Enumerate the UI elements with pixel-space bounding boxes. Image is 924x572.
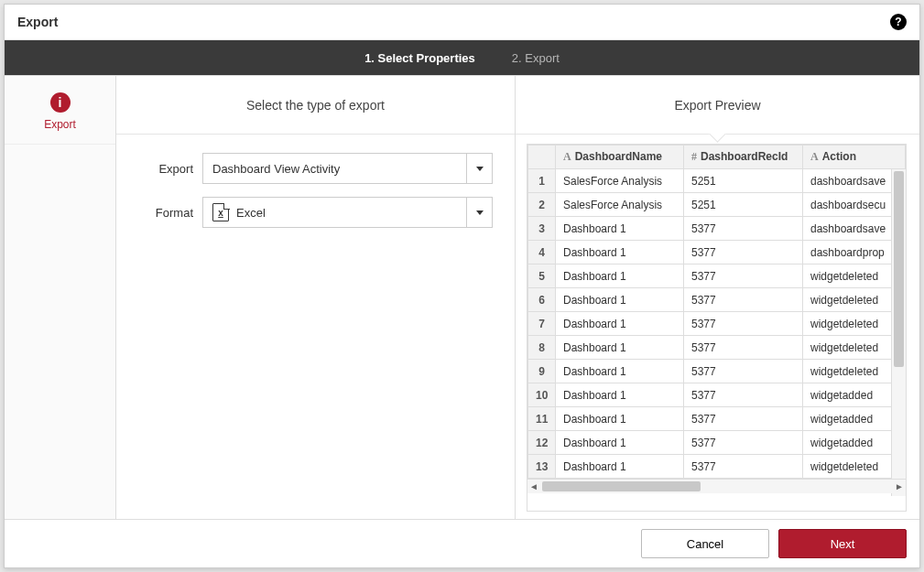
next-button[interactable]: Next <box>778 529 907 558</box>
step-export[interactable]: 2. Export <box>512 51 560 65</box>
preview-panel: Export Preview ADashboardN <box>516 76 919 519</box>
cell-action: widgetdeleted <box>803 360 906 383</box>
table-row[interactable]: 8Dashboard 15377widgetdeleted <box>528 336 906 360</box>
help-icon[interactable]: ? <box>890 14 907 30</box>
dialog-footer: Cancel Next <box>5 519 919 567</box>
dialog-title: Export <box>17 15 58 29</box>
vertical-scrollbar[interactable] <box>891 169 906 496</box>
excel-file-icon: x <box>212 203 229 221</box>
row-number: 10 <box>528 383 556 407</box>
cell-dashboardname: Dashboard 1 <box>556 455 684 479</box>
cell-action: widgetdeleted <box>803 336 906 360</box>
cell-action: dashboardsecu <box>803 193 906 217</box>
step-select-properties[interactable]: 1. Select Properties <box>364 51 475 65</box>
preview-grid[interactable]: ADashboardName #DashboardRecId AAction 1… <box>527 144 907 512</box>
step-bar: 1. Select Properties 2. Export <box>5 40 919 75</box>
left-nav: i Export <box>5 76 116 519</box>
chevron-down-icon <box>476 167 484 171</box>
table-row[interactable]: 7Dashboard 15377widgetdeleted <box>528 312 906 336</box>
row-number: 9 <box>528 360 556 383</box>
cell-action: widgetdeleted <box>803 288 906 312</box>
cell-dashboardrecid: 5251 <box>684 169 803 193</box>
format-combo-value: Excel <box>236 206 266 220</box>
export-combo-value: Dashboard View Activity <box>212 162 340 176</box>
cell-action: dashboardsave <box>803 169 906 193</box>
row-number: 11 <box>528 407 556 431</box>
cell-action: widgetadded <box>803 431 906 455</box>
cell-dashboardname: Dashboard 1 <box>556 431 684 455</box>
cell-dashboardrecid: 5377 <box>684 288 803 312</box>
cell-dashboardrecid: 5377 <box>684 336 803 360</box>
cell-dashboardname: Dashboard 1 <box>556 241 684 264</box>
form-panel: Select the type of export Export Dashboa… <box>116 76 516 519</box>
cell-dashboardname: SalesForce Analysis <box>556 169 684 193</box>
preview-header: Export Preview <box>516 76 919 135</box>
leftnav-item-export[interactable]: i Export <box>5 76 115 145</box>
row-number-header <box>528 146 556 169</box>
table-row[interactable]: 4Dashboard 15377dashboardprop <box>528 241 906 264</box>
cell-action: dashboardprop <box>803 241 906 264</box>
table-row[interactable]: 6Dashboard 15377widgetdeleted <box>528 288 906 312</box>
cell-dashboardname: Dashboard 1 <box>556 312 684 336</box>
info-icon: i <box>50 92 71 113</box>
table-row[interactable]: 2SalesForce Analysis5251dashboardsecu <box>528 193 906 217</box>
row-number: 8 <box>528 336 556 360</box>
export-label: Export <box>138 162 202 176</box>
cell-dashboardname: Dashboard 1 <box>556 407 684 431</box>
row-number: 4 <box>528 241 556 264</box>
horizontal-scrollbar[interactable]: ◄ ► <box>527 479 906 493</box>
cell-action: widgetdeleted <box>803 455 906 479</box>
cell-dashboardname: Dashboard 1 <box>556 360 684 383</box>
cell-dashboardname: Dashboard 1 <box>556 336 684 360</box>
row-number: 12 <box>528 431 556 455</box>
cell-action: dashboardsave <box>803 217 906 241</box>
row-number: 13 <box>528 455 556 479</box>
col-dashboardname-header[interactable]: ADashboardName <box>556 146 684 169</box>
cell-dashboardname: Dashboard 1 <box>556 264 684 288</box>
table-row[interactable]: 9Dashboard 15377widgetdeleted <box>528 360 906 383</box>
cell-dashboardrecid: 5377 <box>684 264 803 288</box>
row-number: 5 <box>528 264 556 288</box>
text-type-icon: A <box>563 150 571 164</box>
row-number: 3 <box>528 217 556 241</box>
scroll-right-arrow-icon[interactable]: ► <box>893 480 906 493</box>
col-action-header[interactable]: AAction <box>803 146 906 169</box>
chevron-down-icon <box>476 210 484 215</box>
row-number: 1 <box>528 169 556 193</box>
titlebar: Export ? <box>5 5 919 40</box>
export-combo[interactable]: Dashboard View Activity <box>202 153 493 184</box>
number-type-icon: # <box>691 150 697 164</box>
cell-dashboardrecid: 5377 <box>684 383 803 407</box>
table-row[interactable]: 12Dashboard 15377widgetadded <box>528 431 906 455</box>
cell-action: widgetadded <box>803 407 906 431</box>
cell-dashboardrecid: 5377 <box>684 407 803 431</box>
row-number: 6 <box>528 288 556 312</box>
table-row[interactable]: 1SalesForce Analysis5251dashboardsave <box>528 169 906 193</box>
cell-dashboardname: Dashboard 1 <box>556 383 684 407</box>
table-row[interactable]: 11Dashboard 15377widgetadded <box>528 407 906 431</box>
cell-action: widgetadded <box>803 383 906 407</box>
form-panel-header: Select the type of export <box>116 76 515 135</box>
cell-dashboardrecid: 5377 <box>684 360 803 383</box>
format-combo-caret[interactable] <box>466 198 492 227</box>
cell-dashboardrecid: 5377 <box>684 241 803 264</box>
cell-dashboardname: Dashboard 1 <box>556 288 684 312</box>
table-row[interactable]: 10Dashboard 15377widgetadded <box>528 383 906 407</box>
cell-dashboardrecid: 5377 <box>684 217 803 241</box>
table-row[interactable]: 5Dashboard 15377widgetdeleted <box>528 264 906 288</box>
cell-dashboardname: SalesForce Analysis <box>556 193 684 217</box>
format-combo[interactable]: x Excel <box>202 197 493 228</box>
table-row[interactable]: 13Dashboard 15377widgetdeleted <box>528 455 906 479</box>
export-combo-caret[interactable] <box>466 154 492 183</box>
cell-action: widgetdeleted <box>803 312 906 336</box>
cell-dashboardrecid: 5377 <box>684 312 803 336</box>
leftnav-item-label: Export <box>5 118 115 131</box>
scroll-left-arrow-icon[interactable]: ◄ <box>527 480 540 493</box>
cell-dashboardrecid: 5377 <box>684 431 803 455</box>
cancel-button[interactable]: Cancel <box>641 529 769 558</box>
col-dashboardrecid-header[interactable]: #DashboardRecId <box>684 146 803 169</box>
cell-dashboardrecid: 5251 <box>684 193 803 217</box>
table-row[interactable]: 3Dashboard 15377dashboardsave <box>528 217 906 241</box>
cell-dashboardrecid: 5377 <box>684 455 803 479</box>
export-dialog: Export ? 1. Select Properties 2. Export … <box>4 4 920 568</box>
